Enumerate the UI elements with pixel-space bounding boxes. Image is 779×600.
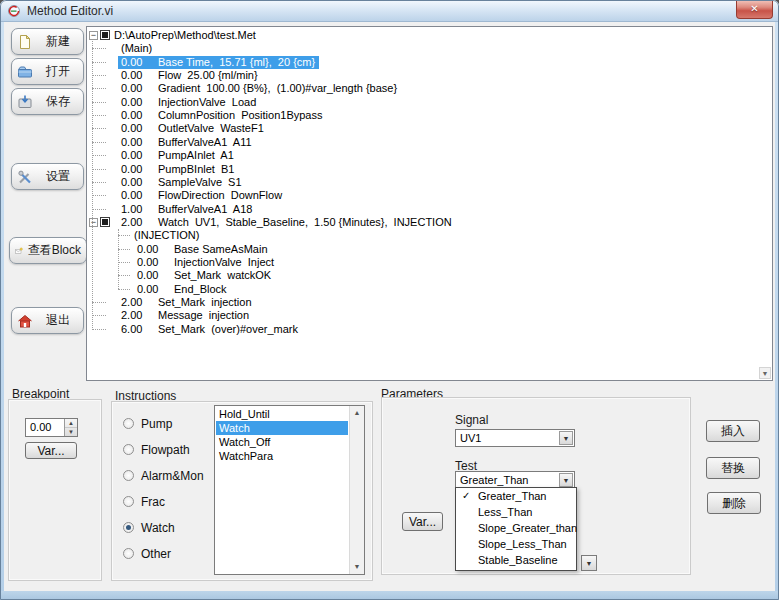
tree-row[interactable]: 0.00FlowDirection DownFlow	[87, 189, 772, 202]
close-button[interactable]: ✕	[736, 0, 773, 19]
tree-row[interactable]: −2.00Watch UV1, Stable_Baseline, 1.50 {M…	[87, 216, 772, 229]
tree-scroll-down-icon[interactable]: ▼	[759, 367, 771, 379]
menu-item[interactable]: Stable_Baseline	[456, 552, 576, 568]
radio-pump[interactable]: Pump	[123, 417, 172, 430]
tree-row[interactable]: 0.00InjectionValve Load	[87, 96, 772, 109]
tree-row[interactable]: 0.00Base Time, 15.71 {ml}, 20 {cm}	[87, 56, 772, 69]
tree-row[interactable]: 0.00Set_Mark watckOK	[87, 269, 772, 282]
tree-row[interactable]: 6.00Set_Mark (over)#over_mark	[87, 323, 772, 336]
tree-row[interactable]: 0.00InjectionValve Inject	[87, 256, 772, 269]
step-text: (INJECTION)	[134, 229, 199, 242]
list-item[interactable]: Hold_Until	[216, 407, 348, 421]
tree-row[interactable]: −D:\AutoPrep\Method\test.Met	[87, 29, 772, 42]
radio-icon[interactable]	[123, 470, 134, 481]
tree-row-content[interactable]: 2.00Watch UV1, Stable_Baseline, 1.50 {Mi…	[118, 216, 456, 229]
tree-row-content[interactable]: (Main)	[118, 42, 156, 55]
settings-button[interactable]: 设置	[11, 163, 84, 190]
list-item[interactable]: Watch	[216, 421, 348, 435]
tree-row-content[interactable]: 1.00BufferValveA1 A18	[118, 203, 256, 216]
tree-row[interactable]: 0.00Base SameAsMain	[87, 243, 772, 256]
tree-branch-stub	[92, 209, 106, 210]
replace-button[interactable]: 替换	[706, 457, 760, 479]
step-text: SampleValve S1	[158, 176, 242, 189]
tree-row-content[interactable]: 6.00Set_Mark (over)#over_mark	[118, 323, 302, 336]
exit-button[interactable]: 退出	[11, 307, 84, 334]
step-text: PumpAInlet A1	[158, 149, 234, 162]
tree-row[interactable]: 0.00BufferValveA1 A11	[87, 136, 772, 149]
tree-row-content[interactable]: 2.00Message injection	[118, 309, 253, 322]
test-combo-arrow-icon[interactable]: ▼	[559, 473, 573, 487]
radio-flowpath[interactable]: Flowpath	[123, 443, 190, 456]
parameters-var-button[interactable]: Var...	[402, 512, 443, 531]
breakpoint-spinner[interactable]: 0.00 ▲ ▼	[25, 418, 78, 437]
menu-item[interactable]: ✓Greater_Than	[456, 488, 576, 504]
step-text: Set_Mark watckOK	[174, 269, 271, 282]
tree-row-content[interactable]: 0.00Gradient 100.00 {B%}, (1.00)#var_len…	[118, 82, 401, 95]
list-item[interactable]: Watch_Off	[216, 435, 348, 449]
tree-row[interactable]: 2.00Set_Mark injection	[87, 296, 772, 309]
tree-row[interactable]: 0.00Flow 25.00 {ml/min}	[87, 69, 772, 82]
tree-row-selected[interactable]: 0.00Base Time, 15.71 {ml}, 20 {cm}	[118, 56, 319, 69]
view-block-button[interactable]: 查看Block	[9, 237, 87, 264]
spin-down-icon[interactable]: ▼	[65, 427, 77, 437]
menu-item[interactable]: Less_Than	[456, 504, 576, 520]
tree-row-content[interactable]: 0.00OutletValve WasteF1	[118, 122, 268, 135]
tree-row[interactable]: 0.00End_Block	[87, 283, 772, 296]
tree-row[interactable]: 0.00ColumnPosition Position1Bypass	[87, 109, 772, 122]
tree-row-content[interactable]: 0.00SampleValve S1	[118, 176, 246, 189]
radio-other[interactable]: Other	[123, 547, 171, 560]
delete-button[interactable]: 删除	[707, 492, 761, 514]
radio-icon[interactable]	[123, 444, 134, 455]
save-button[interactable]: 保存	[11, 88, 84, 115]
collapse-icon[interactable]: −	[89, 31, 98, 40]
radio-icon[interactable]	[123, 548, 134, 559]
tree-row-content[interactable]: 0.00InjectionValve Load	[118, 96, 260, 109]
tree-row[interactable]: (INJECTION)	[87, 229, 772, 242]
signal-combo-arrow-icon[interactable]: ▼	[559, 431, 573, 445]
tree-row-content[interactable]: 0.00ColumnPosition Position1Bypass	[118, 109, 326, 122]
tree-row[interactable]: 0.00SampleValve S1	[87, 176, 772, 189]
tree-row-content[interactable]: 0.00PumpBInlet B1	[118, 163, 238, 176]
listbox-scrollbar[interactable]: ▲ ▼	[349, 406, 364, 574]
tree-row-content[interactable]: 0.00Base SameAsMain	[134, 243, 272, 256]
tree-row[interactable]: 2.00Message injection	[87, 309, 772, 322]
radio-watch[interactable]: Watch	[123, 521, 175, 534]
radio-icon[interactable]	[123, 522, 134, 533]
step-text: Watch UV1, Stable_Baseline, 1.50 {Minute…	[158, 216, 452, 229]
scroll-down-icon[interactable]: ▼	[350, 560, 364, 574]
menu-item-label: Slope_Less_Than	[478, 538, 567, 550]
radio-icon[interactable]	[123, 418, 134, 429]
new-button[interactable]: 新建	[11, 28, 84, 55]
tree-row[interactable]: 0.00OutletValve WasteF1	[87, 122, 772, 135]
insert-button[interactable]: 插入	[706, 420, 760, 442]
tree-row-content[interactable]: 0.00BufferValveA1 A11	[118, 136, 256, 149]
open-button[interactable]: 打开	[11, 58, 84, 85]
tree-row-content[interactable]: 0.00InjectionValve Inject	[134, 256, 278, 269]
tree-row[interactable]: 1.00BufferValveA1 A18	[87, 203, 772, 216]
instruction-listbox[interactable]: Hold_UntilWatchWatch_OffWatchPara ▲ ▼	[214, 405, 365, 575]
breakpoint-var-button[interactable]: Var...	[25, 442, 77, 459]
tree-row-content[interactable]: 0.00PumpAInlet A1	[118, 149, 238, 162]
tree-row[interactable]: 0.00PumpBInlet B1	[87, 163, 772, 176]
tree-row-content[interactable]: (INJECTION)	[131, 229, 203, 242]
tree-row-content[interactable]: 0.00FlowDirection DownFlow	[118, 189, 286, 202]
tree-row-content[interactable]: 0.00End_Block	[134, 283, 231, 296]
list-item[interactable]: WatchPara	[216, 449, 348, 463]
menu-item[interactable]: Slope_Greater_than	[456, 520, 576, 536]
scroll-up-icon[interactable]: ▲	[350, 406, 364, 420]
method-tree[interactable]: −D:\AutoPrep\Method\test.Met(Main)0.00Ba…	[86, 26, 773, 381]
hidden-combo-arrow-icon[interactable]: ▼	[581, 555, 597, 571]
tree-row-content[interactable]: 0.00Flow 25.00 {ml/min}	[118, 69, 262, 82]
tree-row[interactable]: 0.00Gradient 100.00 {B%}, (1.00)#var_len…	[87, 82, 772, 95]
collapse-icon[interactable]: −	[89, 218, 98, 227]
radio-frac[interactable]: Frac	[123, 495, 165, 508]
tree-row-content[interactable]: 0.00Set_Mark watckOK	[134, 269, 275, 282]
tree-row-content[interactable]: 2.00Set_Mark injection	[118, 296, 256, 309]
radio-icon[interactable]	[123, 496, 134, 507]
menu-item[interactable]: Slope_Less_Than	[456, 536, 576, 552]
tree-row[interactable]: (Main)	[87, 42, 772, 55]
tree-row[interactable]: 0.00PumpAInlet A1	[87, 149, 772, 162]
radio-alarm-mon[interactable]: Alarm&Mon	[123, 469, 204, 482]
spinner-buttons[interactable]: ▲ ▼	[64, 419, 77, 436]
signal-combo[interactable]: UV1 ▼	[455, 429, 575, 447]
